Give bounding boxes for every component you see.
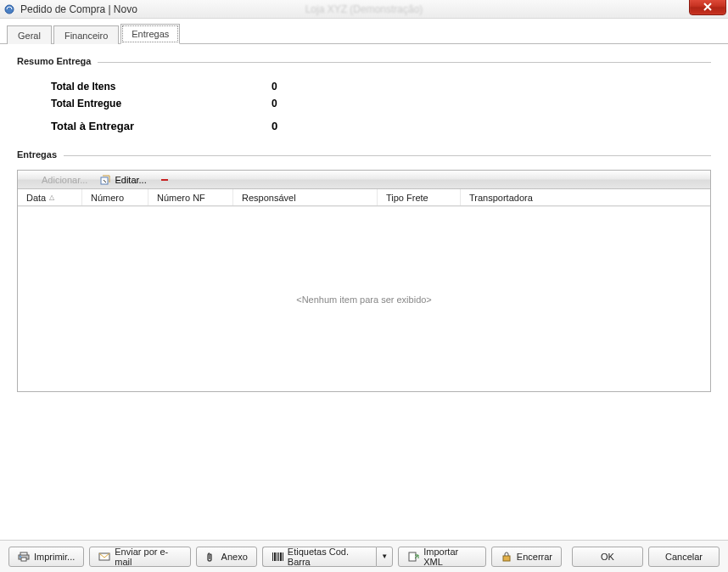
chevron-down-icon: ▼	[381, 552, 388, 560]
col-numero[interactable]: Número	[82, 189, 148, 205]
attach-button[interactable]: Anexo	[196, 547, 257, 567]
cancel-button[interactable]: Cancelar	[648, 547, 720, 567]
col-transportadora[interactable]: Transportadora	[461, 189, 710, 205]
svg-rect-14	[409, 552, 416, 561]
barcode-button[interactable]: Etiquetas Cod. Barra	[262, 547, 376, 567]
close-order-button[interactable]: Encerrar	[491, 547, 562, 567]
content: Resumo Entrega Total de Itens 0 Total En…	[0, 44, 728, 412]
resumo-value: 0	[272, 115, 277, 137]
resumo-value: 0	[272, 78, 277, 95]
cancel-label: Cancelar	[665, 552, 703, 562]
group-line	[17, 155, 711, 156]
paperclip-icon	[205, 551, 217, 563]
col-data[interactable]: Data △	[18, 189, 82, 205]
svg-point-6	[20, 556, 21, 558]
col-label: Número NF	[157, 193, 205, 203]
col-label: Tipo Frete	[386, 193, 428, 203]
resumo-label: Total de Itens	[51, 78, 272, 95]
svg-rect-15	[503, 556, 510, 561]
close-order-label: Encerrar	[517, 552, 552, 562]
svg-rect-11	[278, 552, 279, 561]
svg-rect-5	[21, 558, 26, 561]
group-resumo: Resumo Entrega Total de Itens 0 Total En…	[17, 56, 711, 137]
svg-rect-10	[277, 552, 277, 561]
tab-geral[interactable]: Geral	[7, 25, 52, 44]
close-icon	[703, 3, 712, 11]
barcode-combo: Etiquetas Cod. Barra ▼	[262, 547, 393, 567]
group-entregas-label: Entregas	[17, 149, 64, 160]
group-line	[17, 62, 711, 63]
add-button: Adicionar...	[26, 174, 87, 186]
import-xml-label: Importar XML	[423, 547, 477, 567]
col-responsavel[interactable]: Responsável	[233, 189, 378, 205]
resumo-row-total-itens: Total de Itens 0	[51, 78, 711, 95]
ok-button[interactable]: OK	[572, 547, 643, 567]
resumo-label: Total Entregue	[51, 95, 272, 112]
titlebar: Pedido de Compra | Novo Loja XYZ (Demons…	[0, 0, 728, 19]
col-label: Transportadora	[469, 193, 533, 203]
col-label: Data	[26, 193, 46, 203]
barcode-label: Etiquetas Cod. Barra	[288, 547, 367, 567]
svg-rect-9	[274, 552, 276, 561]
grid-header: Data △ Número Número NF Responsável Tipo…	[18, 189, 710, 206]
resumo-row-total-a-entregar: Total à Entregar 0	[51, 115, 711, 137]
grid-empty-text: <Nenhum item para ser exibido>	[296, 294, 432, 305]
print-button[interactable]: Imprimir...	[8, 547, 84, 567]
resumo-table: Total de Itens 0 Total Entregue 0 Total …	[51, 78, 711, 137]
group-entregas: Entregas Adicionar... Editar...	[17, 149, 711, 392]
edit-label: Editar...	[115, 175, 146, 185]
attach-label: Anexo	[221, 552, 248, 562]
print-icon	[18, 551, 30, 563]
edit-icon	[99, 174, 111, 186]
app-icon	[3, 3, 15, 15]
tabbar: Geral Financeiro Entregas	[0, 20, 728, 44]
col-numero-nf[interactable]: Número NF	[148, 189, 233, 205]
resumo-value: 0	[272, 95, 277, 112]
svg-rect-8	[272, 552, 273, 561]
edit-button[interactable]: Editar...	[99, 174, 146, 186]
lock-icon	[501, 551, 512, 563]
grid-toolbar: Adicionar... Editar...	[18, 171, 710, 189]
col-label: Número	[91, 193, 124, 203]
remove-button[interactable]	[159, 174, 171, 186]
entregas-grid: Adicionar... Editar... Data △	[17, 170, 711, 392]
mail-icon	[98, 551, 110, 563]
sort-asc-icon: △	[49, 193, 54, 201]
minus-icon	[159, 174, 171, 186]
email-label: Enviar por e-mail	[115, 547, 181, 567]
print-label: Imprimir...	[34, 552, 75, 562]
window-hint: Loja XYZ (Demonstração)	[305, 3, 423, 15]
tab-financeiro[interactable]: Financeiro	[53, 25, 119, 44]
col-label: Responsável	[242, 193, 296, 203]
import-xml-button[interactable]: Importar XML	[398, 547, 486, 567]
svg-rect-12	[280, 552, 282, 561]
bottombar: Imprimir... Enviar por e-mail Anexo Etiq…	[0, 540, 728, 572]
tab-entregas[interactable]: Entregas	[120, 24, 180, 44]
svg-rect-2	[161, 179, 168, 181]
import-icon	[407, 551, 419, 563]
barcode-dropdown[interactable]: ▼	[376, 547, 393, 567]
add-label: Adicionar...	[42, 175, 87, 185]
col-tipo-frete[interactable]: Tipo Frete	[378, 189, 461, 205]
ok-label: OK	[601, 552, 614, 562]
svg-rect-13	[283, 552, 283, 561]
barcode-icon	[272, 551, 283, 563]
grid-body: <Nenhum item para ser exibido>	[18, 206, 710, 391]
window-title: Pedido de Compra | Novo	[20, 3, 137, 15]
resumo-row-total-entregue: Total Entregue 0	[51, 95, 711, 112]
group-resumo-label: Resumo Entrega	[17, 56, 98, 66]
email-button[interactable]: Enviar por e-mail	[89, 547, 190, 567]
close-button[interactable]	[689, 0, 726, 15]
plus-icon	[26, 174, 38, 186]
resumo-label: Total à Entregar	[51, 115, 272, 137]
